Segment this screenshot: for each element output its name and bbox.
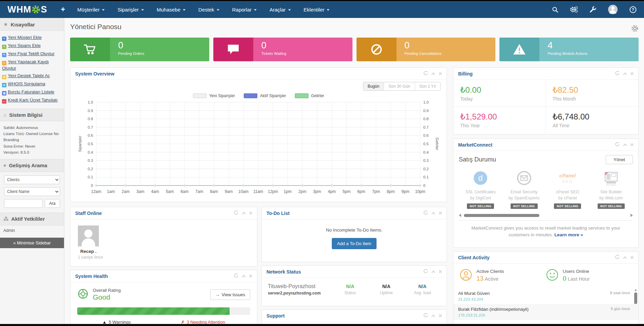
card-pending-orders[interactable]: 0 Pending Orders [70,38,209,61]
staff-member[interactable]: Recep . 1 saniye önce [78,225,99,260]
card-tickets-waiting[interactable]: 0 Tickets Waiting [213,38,352,61]
client-name[interactable]: Ali Murat Güven [458,291,490,296]
whmcs-logo[interactable]: WHM S [7,4,47,15]
panel-client-activity: Client Activity × [453,251,639,324]
range-button-1year[interactable]: Son 1 Yıl [415,82,440,90]
refresh-icon[interactable] [615,255,620,261]
menu-item-siparisler[interactable]: Siparişler [117,7,144,13]
collapse-icon[interactable] [242,275,245,279]
add-order-cart-icon: + [2,45,6,49]
close-icon[interactable]: × [630,71,634,77]
manage-button[interactable]: Yönet [606,155,633,164]
menu-item-eklentiler[interactable]: Eklentiler [304,7,330,13]
card-pending-cancellations[interactable]: 0 Pending Cancellations [357,38,496,61]
collapse-icon[interactable] [623,72,627,76]
search-query-input[interactable] [4,199,43,208]
shortcut-cc-capture[interactable]: ▭Kredi Kartı Ücret Tahsilatı [2,96,61,105]
setup-wrench-icon[interactable] [589,6,596,13]
slider-track[interactable] [464,214,628,217]
refresh-icon[interactable] [423,210,428,216]
svg-text:8pm: 8pm [387,189,394,194]
panel-system-health: System Health × [70,270,257,324]
mc-item-site-builder[interactable]: Site Builder Site Builderby Web.com NOT … [589,170,633,209]
warnings-link[interactable]: ▲5 Warnings [102,320,131,324]
svg-text:0: 0 [91,183,93,188]
scroll-up-arrow[interactable]: ▲ [634,288,638,291]
menu-item-raporlar[interactable]: Raporlar [232,7,257,13]
scrollbar-thumb[interactable] [634,292,637,304]
people-icon: ⁂ [3,216,8,222]
collapse-icon[interactable] [431,212,435,216]
close-icon[interactable]: × [249,274,252,279]
client-name[interactable]: Burak Filizfidan (indirimsepetionayli) [458,307,529,312]
close-icon[interactable]: × [439,211,442,216]
svg-text:Site Builder: Site Builder [606,184,616,186]
shortcut-new-todo[interactable]: ◷Yeni Yapılacak Kaydı Oluştur [2,58,61,72]
client-activity-row[interactable]: Ali Murat Güven 31.223.43.204 8 saat önc… [453,288,638,304]
menu-item-musteriler[interactable]: Müşteriler [77,7,105,13]
overall-rating-label: Overall Rating [93,288,121,293]
mc-item-ssl[interactable]: d SSL Certificatesby DigiCert NOT SELLIN… [459,170,502,209]
refresh-icon[interactable] [234,273,238,279]
close-icon[interactable]: × [630,142,634,148]
shortcut-whois[interactable]: ◍WHOIS Sorgulama [2,80,61,88]
refresh-icon[interactable] [615,142,620,148]
svg-text:0.3: 0.3 [423,158,429,162]
search-submit-button[interactable]: Ara [45,199,60,208]
mc-item-cpanel-seo[interactable]: cPanelSEO cPanel SEOby cPanel NOT SELLIN… [546,170,589,209]
collapse-icon[interactable] [431,270,435,274]
search-type-select[interactable]: Clients [4,175,60,184]
collapse-icon[interactable] [623,256,627,260]
menu-item-destek[interactable]: Destek [198,7,219,13]
binoculars-icon: ⌖ [3,162,6,169]
refresh-icon[interactable] [423,71,428,77]
mc-item-email-security[interactable]: Email Securityby SpamExperts NOT SELLING [502,170,546,209]
list-scrollbar[interactable]: ▲ [634,288,638,319]
range-button-30days[interactable]: Son 30 Gün [384,82,414,90]
svg-text:0.1: 0.1 [88,175,93,179]
minimise-sidebar-button[interactable]: « Minimise Sidebar [0,238,64,248]
slider-left-arrow[interactable] [459,214,461,217]
collapse-icon[interactable] [623,144,627,147]
card-pending-module-actions[interactable]: 4 Pending Module Actions [499,38,639,61]
svg-text:4pm: 4pm [328,189,336,194]
collapse-icon[interactable] [431,314,435,318]
ticket-note-icon: ▤ [2,75,6,79]
close-icon[interactable]: × [249,211,252,216]
legend-swatch-new-orders [193,93,207,98]
user-avatar[interactable] [608,4,618,15]
menu-item-muhasebe[interactable]: Muhasebe [157,7,186,13]
shortcut-new-quote[interactable]: ✎Yeni Fiyat Teklifi Oluştur [2,50,61,58]
refresh-icon[interactable] [234,210,238,216]
close-icon[interactable]: × [439,269,442,275]
status-value: N/A [332,284,368,289]
add-todo-button[interactable]: Add a To-Do Item [332,238,377,249]
close-icon[interactable]: × [439,71,442,77]
quick-add-button[interactable]: + [61,5,65,14]
menu-item-araclar[interactable]: Araçlar [270,7,291,13]
learn-more-link[interactable]: Learn more » [554,232,583,237]
dashboard-settings-gear-icon[interactable] [631,25,639,34]
collapse-icon[interactable] [242,212,245,216]
close-icon[interactable]: × [630,255,634,260]
search-field-select[interactable]: Client Name [4,187,60,196]
range-button-today[interactable]: Bugün [363,82,384,90]
refresh-icon[interactable] [423,313,428,319]
needing-attention-link[interactable]: ✗3 Needing Attention [181,320,225,324]
shortcut-due-invoices[interactable]: ▦Borçlu Faturaları Listele [2,88,61,96]
refresh-icon[interactable] [615,71,620,77]
slider-right-arrow[interactable] [630,214,633,217]
help-icon[interactable]: ? [629,6,637,13]
refresh-icon[interactable] [423,269,428,275]
shortcut-new-order[interactable]: +Yeni Sipariş Ekle [2,42,61,50]
slider-thumb[interactable] [464,214,539,217]
shortcut-new-client[interactable]: +Yeni Müşteri Ekle [2,34,61,42]
server-name[interactable]: Tituweb-Poyrazhost [268,283,332,289]
close-icon[interactable]: × [439,313,442,319]
client-activity-row[interactable]: Burak Filizfidan (indirimsepetionayli) 1… [453,304,638,320]
view-issues-button[interactable]: → View Issues [210,289,250,300]
automation-cogs-icon[interactable] [570,6,578,13]
collapse-icon[interactable] [431,72,435,76]
search-icon[interactable] [552,6,558,13]
shortcut-open-ticket[interactable]: ▤Yeni Destek Talebi Aç [2,72,61,80]
